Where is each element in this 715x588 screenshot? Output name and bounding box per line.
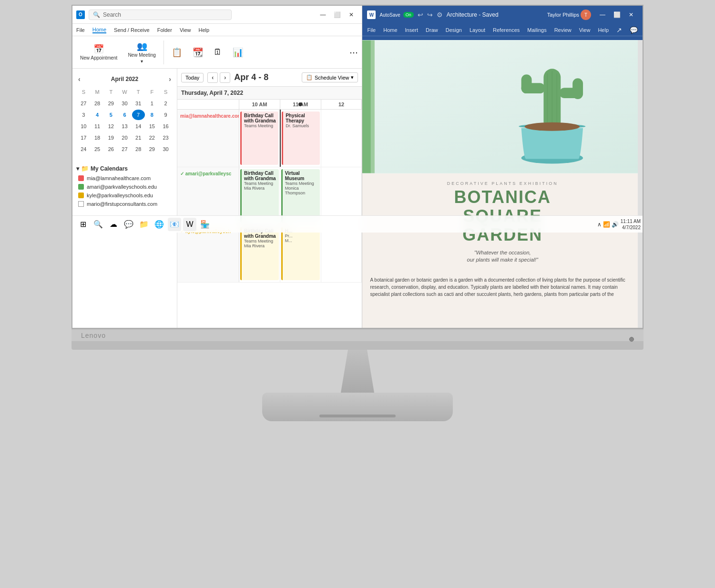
- close-button[interactable]: ✕: [345, 9, 358, 20]
- search-label: Search: [103, 11, 121, 18]
- new-appointment-button[interactable]: 📅 New Appointment: [76, 42, 121, 62]
- menu-mailings[interactable]: Mailings: [527, 27, 546, 33]
- undo-icon[interactable]: ↩: [418, 11, 423, 19]
- menu-design[interactable]: Design: [446, 27, 462, 33]
- menu-insert[interactable]: Insert: [405, 27, 419, 33]
- list-item[interactable]: mario@firstupconsultants.com: [76, 200, 173, 208]
- table-row: 24 25 26 27 28 29 30: [77, 144, 172, 154]
- day-view-button[interactable]: 📋: [168, 45, 186, 60]
- maximize-button[interactable]: ⬜: [330, 9, 344, 20]
- menu-file[interactable]: File: [367, 27, 376, 33]
- search-taskbar-button[interactable]: 🔍: [92, 218, 105, 231]
- event-birthday-call-amari[interactable]: Birthday Call with Grandma Teams Meeting…: [240, 169, 279, 223]
- outlook-taskbar-button[interactable]: 📧: [168, 218, 181, 231]
- menu-view[interactable]: View: [579, 27, 591, 33]
- my-calendars-header[interactable]: ▾ 📁 My Calendars: [76, 163, 173, 174]
- menu-file[interactable]: File: [76, 27, 85, 33]
- time-slot-12pm: [321, 225, 362, 282]
- word-titlebar: W AutoSave On ↩ ↪ ⚙ Architecture - Saved…: [362, 6, 643, 24]
- menu-layout[interactable]: Layout: [470, 27, 485, 33]
- prev-week-button[interactable]: ‹: [207, 72, 218, 83]
- autosave-on-badge[interactable]: On: [403, 12, 414, 18]
- word-window-controls: Taylor Phillips T — ⬜ ✕: [547, 9, 638, 20]
- monitor-stand-neck: [334, 350, 381, 393]
- share-doc-button[interactable]: ↗: [616, 26, 622, 34]
- share-icon[interactable]: ⚙: [437, 11, 443, 19]
- wifi-icon: 📶: [603, 221, 610, 228]
- outlook-search-bar[interactable]: 🔍 Search: [89, 10, 232, 20]
- calendar-name: mia@lamnahealthcare.com: [87, 175, 151, 181]
- power-button[interactable]: [629, 337, 634, 342]
- search-icon: 🔍: [93, 11, 100, 18]
- maximize-button[interactable]: ⬜: [610, 9, 623, 20]
- taskview-button[interactable]: ☁: [107, 218, 120, 231]
- schedule-row-kyle: ✓ kyle@parkvalleysch Birthday Call with …: [177, 225, 362, 283]
- event-virtual-museum[interactable]: Virtual Museum Teams Meeting Monica Thom…: [281, 169, 320, 223]
- event-birthday-call-mia[interactable]: Birthday Call with Grandma Teams Meeting: [240, 112, 278, 165]
- calendar-nav-bar: Today ‹ › Apr 4 - 8 📋 Schedule View ▾: [177, 69, 362, 87]
- event-kyle-other[interactable]: H... Pr... M...: [281, 227, 320, 280]
- speaker-icon[interactable]: 🔊: [612, 221, 619, 228]
- more-options-button[interactable]: ⋯: [349, 47, 358, 58]
- next-month-button[interactable]: ›: [167, 74, 173, 84]
- menu-draw[interactable]: Draw: [426, 27, 438, 33]
- list-item[interactable]: amari@parkvalleyschools.edu: [76, 182, 173, 191]
- new-meeting-button[interactable]: 👥 New Meeting ▾: [124, 39, 159, 66]
- minimize-button[interactable]: —: [596, 9, 609, 20]
- prev-month-button[interactable]: ‹: [76, 74, 82, 84]
- menu-home[interactable]: Home: [383, 27, 397, 33]
- word-taskbar-button[interactable]: W: [183, 218, 196, 231]
- person-email: mia@lamnahealthcare.com: [180, 113, 239, 119]
- username: Taylor Phillips: [547, 12, 579, 18]
- store-button[interactable]: 🏪: [198, 218, 212, 231]
- redo-icon[interactable]: ↪: [427, 11, 433, 19]
- mini-cal-grid: S M T W T F S: [76, 86, 173, 155]
- minimize-button[interactable]: —: [316, 9, 329, 20]
- calendar-folder-icon: 📁: [81, 165, 89, 172]
- comments-button[interactable]: 💬: [630, 26, 638, 34]
- event-birthday-call-kyle[interactable]: Birthday Call with Grandma Teams Meeting…: [240, 227, 279, 280]
- user-area: Taylor Phillips T: [547, 9, 591, 20]
- view-selector[interactable]: 📋 Schedule View ▾: [302, 72, 358, 82]
- chevron-up-icon[interactable]: ∧: [597, 221, 602, 228]
- word-filename: Architecture - Saved: [447, 11, 499, 18]
- windows-start-button[interactable]: ⊞: [76, 218, 90, 231]
- table-row: 27 28 29 30 31 1 2: [77, 98, 172, 109]
- event-physical-therapy[interactable]: Physical Therapy Dr. Samuels: [282, 112, 320, 165]
- monitor-stand-base: [262, 393, 453, 421]
- time-slot-11am: H... Pr... M...: [280, 225, 321, 282]
- edge-button[interactable]: 🌐: [153, 218, 166, 231]
- close-button[interactable]: ✕: [624, 9, 638, 20]
- svg-rect-6: [521, 74, 532, 93]
- list-item[interactable]: kyle@parkvalleyschools.edu: [76, 191, 173, 200]
- menu-review[interactable]: Review: [554, 27, 572, 33]
- table-row: 10 11 12 13 14 15 16: [77, 121, 172, 132]
- menu-home[interactable]: Home: [92, 27, 106, 33]
- taskbar-right-area: ∧ 📶 🔊 11:11 AM 4/7/2022: [597, 218, 641, 231]
- menu-send-receive[interactable]: Send / Receive: [114, 27, 150, 33]
- week-view-button[interactable]: 📆: [189, 45, 207, 60]
- botanical-poster: DECORATIVE PLANTS EXHIBITION BOTANICA SQ…: [362, 40, 643, 328]
- menu-view[interactable]: View: [180, 27, 191, 33]
- row-person-label: mia@lamnahealthcare.com: [177, 110, 239, 167]
- explorer-button[interactable]: 📁: [137, 218, 151, 231]
- calendar-name: amari@parkvalleyschools.edu: [87, 184, 157, 190]
- monitor-frame: Lenovo: [72, 329, 644, 350]
- list-item[interactable]: mia@lamnahealthcare.com: [76, 174, 173, 182]
- autosave-area: AutoSave On: [379, 12, 413, 18]
- outlook-body: ‹ April 2022 › S M T W T: [72, 69, 362, 328]
- cal-checkbox[interactable]: [78, 201, 84, 207]
- chat-button[interactable]: 💬: [122, 218, 135, 231]
- menu-help[interactable]: Help: [199, 27, 210, 33]
- month-view-button[interactable]: 🗓: [210, 45, 226, 59]
- menu-folder[interactable]: Folder: [157, 27, 172, 33]
- menu-help[interactable]: Help: [598, 27, 609, 33]
- today-button[interactable]: Today: [181, 73, 204, 82]
- brand-label: Lenovo: [81, 332, 106, 339]
- next-week-button[interactable]: ›: [220, 72, 230, 83]
- poster-quote: "Whatever the occasion,our plants will m…: [372, 249, 633, 264]
- menu-references[interactable]: References: [493, 27, 520, 33]
- word-scrollbar[interactable]: [638, 40, 643, 328]
- outlook-window-controls: — ⬜ ✕: [316, 9, 358, 20]
- schedule-view-button[interactable]: 📊: [229, 45, 247, 60]
